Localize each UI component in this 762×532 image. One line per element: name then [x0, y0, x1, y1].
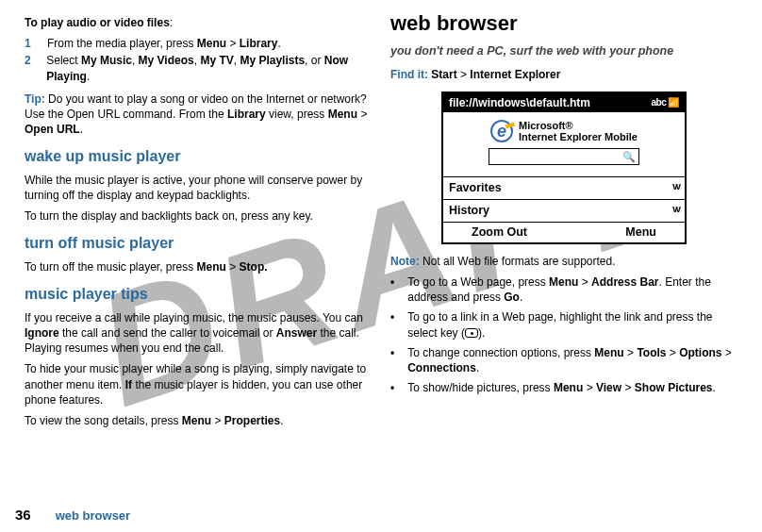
- section-subtitle: you don't need a PC, surf the web with y…: [390, 43, 737, 59]
- step-text: Select My Music, My Videos, My TV, My Pl…: [46, 53, 372, 83]
- softkey-left[interactable]: Zoom Out: [472, 224, 527, 241]
- search-input[interactable]: 🔍: [489, 148, 639, 165]
- play-heading: To play audio or video files:: [25, 15, 372, 30]
- turnoff-p: To turn off the music player, press Menu…: [25, 259, 372, 274]
- step-2: 2 Select My Music, My Videos, My TV, My …: [25, 53, 372, 83]
- softkey-right[interactable]: Menu: [625, 224, 656, 241]
- tips-p2: To hide your music player while a song i…: [25, 361, 372, 407]
- softkey-bar: Zoom Out Menu: [443, 222, 685, 242]
- ie-logo-row: e Microsoft®Internet Explorer Mobile: [447, 120, 681, 142]
- right-column: web browser you don't need a PC, surf th…: [381, 9, 747, 490]
- page-columns: To play audio or video files: 1 From the…: [0, 0, 762, 490]
- note-line: Note: Not all Web file formats are suppo…: [390, 254, 737, 269]
- chevron-down-icon: vv: [672, 203, 679, 219]
- phone-url: file://\windows\default.htm: [449, 95, 590, 110]
- tips-heading: music player tips: [25, 284, 372, 305]
- bullet-select-link: To go to a link in a Web page, highlight…: [390, 309, 737, 340]
- search-icon: 🔍: [622, 150, 636, 164]
- bullet-connections: To change connection options, press Menu…: [390, 345, 737, 375]
- wake-p1: While the music player is active, your p…: [25, 173, 372, 203]
- page-footer: 36 web browser: [15, 506, 130, 524]
- turnoff-heading: turn off music player: [25, 233, 372, 254]
- step-1: 1 From the media player, press Menu > Li…: [25, 36, 372, 51]
- tips-p1: If you receive a call while playing musi…: [25, 310, 372, 357]
- search-row: 🔍: [447, 148, 681, 165]
- footer-section-label: web browser: [56, 507, 130, 524]
- status-indicator-icon: abc 📶: [651, 96, 679, 109]
- step-number: 2: [25, 53, 35, 83]
- history-label: History: [449, 203, 489, 219]
- phone-mockup: file://\windows\default.htm abc 📶 e Micr…: [441, 91, 687, 244]
- wake-p2: To turn the display and backlights back …: [25, 208, 372, 224]
- tips-p3: To view the song details, press Menu > P…: [25, 413, 372, 428]
- tip-paragraph: Tip: Do you want to play a song or video…: [25, 91, 372, 138]
- ie-logo-label: Microsoft®Internet Explorer Mobile: [519, 120, 638, 142]
- section-title: web browser: [390, 9, 737, 38]
- find-it-line: Find it: Start > Internet Explorer: [390, 67, 737, 82]
- history-row[interactable]: History vv: [443, 199, 685, 222]
- favorites-label: Favorites: [449, 180, 502, 196]
- browser-bullets: To go to a Web page, press Menu > Addres…: [390, 274, 737, 395]
- ie-logo-icon: e: [490, 120, 513, 142]
- left-column: To play audio or video files: 1 From the…: [15, 9, 381, 490]
- chevron-down-icon: vv: [672, 180, 679, 196]
- bullet-address-bar: To go to a Web page, press Menu > Addres…: [390, 274, 737, 305]
- step-number: 1: [25, 36, 36, 51]
- step-text: From the media player, press Menu > Libr…: [47, 36, 281, 51]
- wake-heading: wake up music player: [25, 146, 372, 167]
- bullet-show-pictures: To show/hide pictures, press Menu > View…: [390, 380, 737, 395]
- select-key-icon: [465, 328, 478, 338]
- phone-body: e Microsoft®Internet Explorer Mobile 🔍: [443, 112, 685, 176]
- phone-titlebar: file://\windows\default.htm abc 📶: [443, 93, 685, 112]
- favorites-row[interactable]: Favorites vv: [443, 176, 685, 199]
- page-number: 36: [15, 506, 31, 524]
- play-steps: 1 From the media player, press Menu > Li…: [25, 36, 372, 84]
